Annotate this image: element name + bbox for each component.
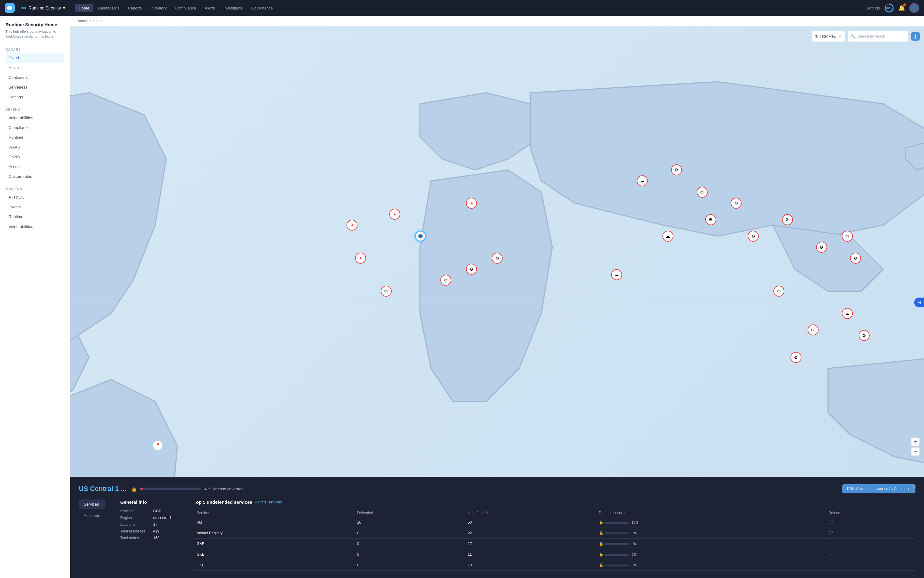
filter-clear-icon[interactable]: ✕	[838, 34, 842, 39]
search-icon: 🔍	[851, 34, 856, 39]
user-avatar[interactable]: 👤	[909, 3, 919, 13]
monitor-section: MONITOR ATT&CK Events Runtime Vulnerabil…	[0, 183, 70, 233]
map-filter[interactable]: ⚗ Filter view ✕	[811, 31, 845, 42]
map-zoom-controls: + −	[911, 437, 920, 456]
coverage-bar-background	[140, 487, 201, 490]
sidebar-item-vulnerabilities[interactable]: Vulnerabilities	[5, 113, 65, 122]
progress-value: 80%	[887, 6, 892, 10]
top5-header: Top 5 undefended services 41 total servi…	[193, 500, 916, 505]
sidebar: Runtime Security Home This hub offers yo…	[0, 16, 70, 578]
coverage-icon: 🔒	[131, 486, 137, 492]
map-search[interactable]: 🔍 Search by region	[848, 31, 909, 42]
agentless-badge: 12% of accounts scanned by Agentless.	[842, 484, 916, 494]
services-table: Service Defended Undefended Defense cove…	[193, 509, 916, 571]
product-label: Runtime Security	[28, 5, 61, 10]
row-coverage: 🔒 0%	[596, 560, 826, 571]
sidebar-item-hosts[interactable]: Hosts	[5, 63, 65, 72]
defend-shield-icon: 🛡	[828, 530, 833, 536]
pct-text: 0%	[632, 531, 637, 535]
nav-alerts[interactable]: Alerts	[201, 4, 218, 12]
defend-dots-icon: ···	[828, 552, 832, 557]
panel-title: US Central 1 ...	[79, 485, 126, 493]
general-info-title: General info	[120, 500, 181, 505]
filter-label: Filter view	[820, 34, 836, 39]
breadcrumb-radars[interactable]: Radars	[76, 19, 88, 23]
notifications-bell[interactable]: 🔔	[898, 5, 905, 11]
nav-home[interactable]: Home	[75, 4, 93, 12]
zoom-in-button[interactable]: +	[911, 437, 920, 446]
row-coverage: 🔒 0%	[596, 539, 826, 549]
row-defend-action[interactable]: 🛡	[825, 528, 916, 539]
sidebar-item-cnns[interactable]: CNNS	[5, 152, 65, 162]
nav-compliance[interactable]: Compliance	[171, 4, 200, 12]
breadcrumb: Radars / Cloud	[70, 16, 924, 27]
sidebar-header: Runtime Security Home This hub offers yo…	[0, 16, 70, 43]
panel-coverage: 🔒 4% Defense coverage	[131, 486, 837, 492]
top5-title: Top 5 undefended services	[193, 500, 252, 505]
row-defend-action[interactable]: 🛡	[825, 517, 916, 528]
nav-reports[interactable]: Reports	[124, 4, 145, 12]
panel-header: US Central 1 ... 🔒 4% Defense coverage 1…	[79, 484, 916, 494]
sidebar-item-runtime-monitor[interactable]: Runtime	[5, 212, 65, 221]
settings-link[interactable]: Settings	[866, 6, 880, 10]
pct-text: 0%	[632, 563, 637, 567]
map-user-indicator[interactable]: M	[914, 297, 924, 307]
defend-dots-icon: ···	[828, 562, 832, 568]
app-layout: Runtime Security Home This hub offers yo…	[0, 16, 924, 578]
sidebar-item-containers[interactable]: Containers	[5, 73, 65, 82]
sidebar-item-vulnerabilities-monitor[interactable]: Vulnerabilities	[5, 222, 65, 231]
map-collapse-button[interactable]: ❯	[911, 32, 920, 41]
notification-badge	[903, 3, 906, 6]
panel-nav-services[interactable]: Services	[79, 500, 105, 509]
nav-dashboards[interactable]: Dashboards	[94, 4, 123, 12]
sidebar-item-compliance[interactable]: Compliance	[5, 123, 65, 132]
mini-bar-bg	[604, 565, 629, 567]
nav-inventory[interactable]: Inventory	[147, 4, 170, 12]
app-logo[interactable]	[5, 3, 15, 13]
sidebar-item-events[interactable]: Events	[5, 202, 65, 212]
breadcrumb-separator: /	[90, 19, 91, 23]
top5-link[interactable]: 41 total services	[255, 500, 282, 504]
zoom-out-button[interactable]: −	[911, 447, 920, 456]
sidebar-subtitle: This hub offers you navigation to workfl…	[5, 29, 65, 39]
defend-section: DEFEND Vulnerabilities Compliance Runtim…	[0, 103, 70, 183]
top5-section: Top 5 undefended services 41 total servi…	[193, 500, 916, 571]
product-dropdown-icon: ▾	[63, 5, 65, 10]
progress-ring[interactable]: 80%	[884, 3, 894, 13]
nav-governance[interactable]: Governance	[247, 4, 276, 12]
sidebar-item-cloud[interactable]: Cloud	[5, 53, 65, 63]
row-defend-action[interactable]: ···	[825, 560, 916, 571]
row-undefended: 10	[465, 560, 596, 571]
col-coverage: Defense coverage	[596, 509, 826, 517]
sidebar-item-serverless[interactable]: Serverless	[5, 83, 65, 92]
row-defend-action[interactable]: ···	[825, 539, 916, 549]
sidebar-item-settings[interactable]: Settings	[5, 92, 65, 102]
nav-investigate[interactable]: Investigate	[220, 4, 246, 12]
filter-icon: ⚗	[815, 34, 818, 39]
sidebar-item-waas[interactable]: WAAS	[5, 142, 65, 152]
sidebar-item-runtime[interactable]: Runtime	[5, 133, 65, 142]
product-selector[interactable]: Runtime Security ▾	[17, 3, 69, 13]
row-defended: 0	[354, 528, 465, 539]
sidebar-item-attck[interactable]: ATT&CK	[5, 192, 65, 202]
panel-body: Services Accounts General info Provider …	[79, 500, 916, 571]
svg-marker-0	[7, 5, 12, 10]
top-navigation: Runtime Security ▾ Home Dashboards Repor…	[0, 0, 924, 16]
accounts-value: 17	[153, 523, 181, 527]
topnav-right: Settings 80% 🔔 👤	[866, 3, 919, 13]
defend-label: DEFEND	[5, 107, 65, 111]
sidebar-item-custom-rules[interactable]: Custom rules	[5, 172, 65, 181]
radars-section: RADARS Cloud Hosts Containers Serverless…	[0, 43, 70, 103]
radar-location-icon[interactable]: 📍	[153, 440, 162, 450]
pct-text: 16%	[632, 521, 638, 524]
panel-close-button[interactable]: ✕	[911, 483, 917, 490]
panel-nav-accounts[interactable]: Accounts	[79, 511, 105, 520]
col-service: Service	[193, 509, 354, 517]
sidebar-title: Runtime Security Home	[5, 22, 65, 27]
row-undefended: 50	[465, 517, 596, 528]
row-defend-action[interactable]: ···	[825, 549, 916, 560]
radars-label: RADARS	[5, 48, 65, 51]
sidebar-item-access[interactable]: Access	[5, 162, 65, 171]
pct-text: 0%	[632, 542, 637, 546]
provider-label: Provider	[120, 509, 148, 513]
